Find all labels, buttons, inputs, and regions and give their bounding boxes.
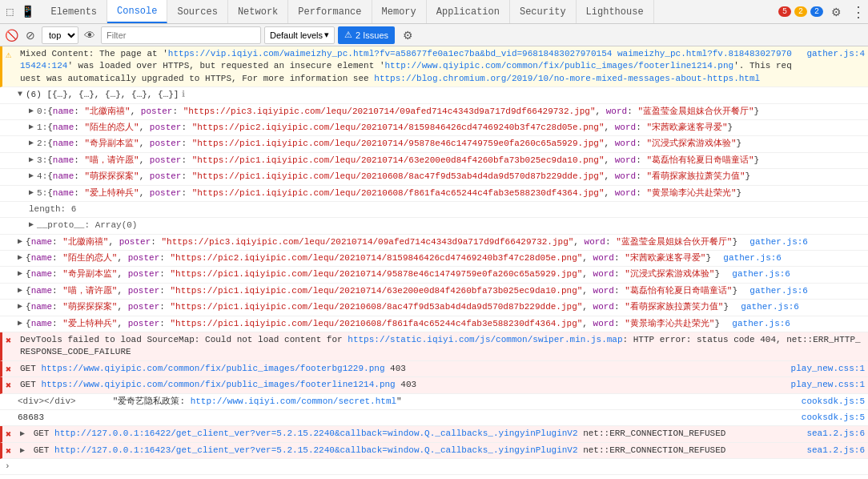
issues-button[interactable]: ⚠ 2 Issues (338, 26, 395, 44)
row-source[interactable]: gather.js:6 (726, 318, 790, 330)
list-item: ✖ ▶ GET http://127.0.0.1:16423/get_clien… (0, 443, 868, 459)
row-source[interactable]: play_new.css:1 (791, 363, 865, 375)
chevron-down-icon: ▾ (324, 30, 329, 40)
row-source[interactable]: sea1.2.js:6 (801, 428, 865, 440)
info-badge: 2 (810, 6, 823, 17)
tab-lighthouse[interactable]: Lighthouse (577, 0, 654, 23)
list-item: ▶ 2: {name: "奇异副本监", poster: "https://pi… (0, 136, 868, 152)
settings-button[interactable]: ⚙ (826, 2, 846, 22)
list-item: ⚠ Mixed Content: The page at 'https://vi… (0, 46, 868, 87)
expand-icon[interactable]: ▶ (20, 429, 25, 440)
expand-icon[interactable]: ▶ (18, 236, 22, 248)
expand-icon[interactable]: ▶ (18, 301, 22, 312)
row-content: <div></div> "爱奇艺隐私政策: http://www.iqiyi.c… (18, 396, 794, 408)
error-icon: ✖ (6, 445, 11, 459)
tab-sources[interactable]: Sources (167, 0, 227, 23)
error-icon: ✖ (6, 429, 11, 442)
link[interactable]: http://www.qiyipic.com/common/fix/public… (385, 61, 734, 70)
expand-icon[interactable]: ▶ (29, 187, 34, 199)
list-item: ▶ {name: "奇异副本监", poster: "https://pic1.… (0, 267, 868, 283)
list-item: ✖ GET https://www.qiyipic.com/common/fix… (0, 361, 868, 377)
console-settings-button[interactable]: ⚙ (398, 26, 417, 45)
error-badge: 5 (778, 6, 791, 17)
expand-icon[interactable]: ▶ (29, 138, 34, 149)
list-item: length: 6 (0, 202, 868, 218)
list-item: 68683 cooksdk.js:5 (0, 410, 868, 426)
expand-icon[interactable]: ▶ (18, 318, 22, 329)
list-item: ▶ __proto__: Array(0) (0, 218, 868, 234)
row-source[interactable]: play_new.css:1 (791, 379, 865, 391)
tab-performance[interactable]: Performance (288, 0, 372, 23)
expand-icon[interactable]: ▶ (29, 122, 34, 133)
expand-icon[interactable]: ▶ (29, 106, 34, 117)
expand-icon[interactable]: ▶ (29, 171, 34, 182)
inspect-icon[interactable]: ⬚ (3, 5, 16, 18)
filter-input[interactable] (101, 26, 261, 44)
tab-bar: ⬚ 📱 Elements Console Sources Network Per… (0, 0, 868, 24)
device-toolbar-icon[interactable]: 📱 (18, 5, 38, 18)
row-content: 68683 (18, 412, 794, 424)
list-item: ▶ {name: "陌生的恋人", poster: "https://pic2.… (0, 251, 868, 267)
row-source[interactable]: cooksdk.js:5 (801, 412, 865, 424)
default-levels-label: Default levels (270, 30, 323, 40)
clear-console-button[interactable]: 🚫 (3, 27, 19, 43)
error-icon: ✖ (6, 380, 11, 393)
link[interactable]: https://blog.chromium.org/2019/10/no-mor… (374, 74, 760, 83)
link[interactable]: https://www.qiyipic.com/common/fix/publi… (41, 364, 384, 373)
expand-icon[interactable]: ▶ (20, 445, 25, 457)
expand-icon[interactable]: ▶ (18, 268, 22, 280)
link[interactable]: http://www.iqiyi.com/common/secret.html (191, 396, 396, 406)
list-item: ✖ ▶ GET http://127.0.0.1:16422/get_clien… (0, 426, 868, 442)
row-source[interactable]: gather.js:4 (801, 48, 865, 60)
expand-icon[interactable]: ▶ (29, 155, 34, 166)
link[interactable]: https://static.iqiyi.com/js/common/swipe… (348, 335, 622, 344)
expand-icon[interactable]: ▶ (18, 252, 22, 264)
row-content: ▶ GET http://127.0.0.1:16423/get_client_… (20, 445, 794, 457)
row-content: GET https://www.qiyipic.com/common/fix/p… (20, 379, 785, 391)
row-source[interactable]: gather.js:6 (726, 268, 790, 280)
list-item: ▶ 1: {name: "陌生的恋人", poster: "https://pi… (0, 120, 868, 136)
default-levels-button[interactable]: Default levels ▾ (264, 26, 335, 44)
console-content: ⚠ Mixed Content: The page at 'https://vi… (0, 46, 868, 479)
row-source[interactable]: gather.js:6 (717, 252, 782, 264)
list-item: ▶ {name: "喵，请许愿", poster: "https://pic1.… (0, 284, 868, 300)
link[interactable]: http://127.0.0.1:16422/get_client_ver?ve… (54, 429, 578, 438)
row-source[interactable]: gather.js:6 (744, 236, 808, 248)
link[interactable]: http://127.0.0.1:16423/get_client_ver?ve… (54, 445, 578, 455)
row-source[interactable]: cooksdk.js:5 (801, 396, 865, 408)
link[interactable]: https://www.qiyipic.com/common/fix/publi… (41, 380, 395, 389)
expand-icon[interactable]: ▶ (18, 285, 22, 296)
eye-button[interactable]: 👁 (82, 27, 98, 43)
issues-label: 2 Issues (356, 30, 388, 40)
devtools-frame: ⬚ 📱 Elements Console Sources Network Per… (0, 0, 868, 479)
console-prompt: › (0, 459, 868, 475)
list-item: ▶ 3: {name: "喵，请许愿", poster: "https://pi… (0, 153, 868, 169)
tab-memory[interactable]: Memory (372, 0, 427, 23)
row-content: GET https://www.qiyipic.com/common/fix/p… (20, 363, 785, 375)
tab-security[interactable]: Security (510, 0, 577, 23)
filter-toggle-button[interactable]: ⊘ (22, 27, 38, 43)
tab-console[interactable]: Console (107, 0, 167, 23)
list-item: ▶ 5: {name: "爱上特种兵", poster: "https://pi… (0, 186, 868, 202)
list-item: ▶ {name: "爱上特种兵", poster: "https://pic1.… (0, 316, 868, 332)
list-item: <div></div> "爱奇艺隐私政策: http://www.iqiyi.c… (0, 394, 868, 410)
row-source[interactable]: sea1.2.js:6 (801, 445, 865, 457)
warn-icon: ⚠ (6, 49, 11, 62)
tab-network[interactable]: Network (228, 0, 288, 23)
tab-elements[interactable]: Elements (41, 0, 107, 23)
expand-icon[interactable]: ▶ (29, 219, 34, 231)
expand-icon[interactable]: ▼ (18, 89, 22, 100)
row-content: DevTools failed to load SourceMap: Could… (20, 334, 865, 359)
prompt-icon: › (5, 461, 10, 473)
toolbar-right: 5 2 2 ⚙ ⋮ (778, 2, 868, 22)
more-button[interactable]: ⋮ (849, 2, 868, 22)
row-source[interactable]: gather.js:6 (744, 285, 808, 297)
list-item: ▶ 0: {name: "北徽南禧", poster: "https://pic… (0, 104, 868, 120)
tab-application[interactable]: Application (427, 0, 510, 23)
list-item: ▶ {name: "萌探探探案", poster: "https://pic1.… (0, 300, 868, 316)
context-dropdown[interactable]: top (42, 26, 78, 44)
list-item: ✖ GET https://www.qiyipic.com/common/fix… (0, 377, 868, 393)
row-source[interactable]: gather.js:6 (735, 301, 799, 313)
list-item: ▼ (6) [{…}, {…}, {…}, {…}, {…}] ℹ (0, 87, 868, 103)
console-toolbar: 🚫 ⊘ top 👁 Default levels ▾ ⚠ 2 Issues ⚙ (0, 24, 868, 46)
